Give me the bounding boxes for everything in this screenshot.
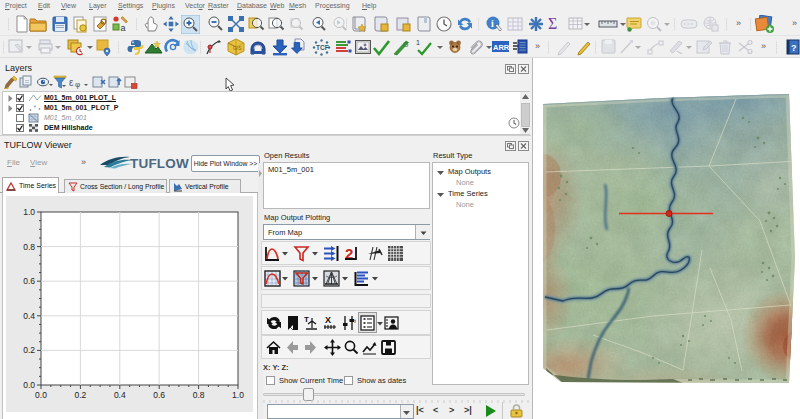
svg-text:ARR: ARR <box>493 43 509 52</box>
svg-text:0.4: 0.4 <box>114 390 126 400</box>
svg-text:G: G <box>403 41 408 48</box>
svg-text:0.2: 0.2 <box>74 390 86 400</box>
svg-text:T: T <box>304 315 309 324</box>
svg-text:φ: φ <box>75 80 80 89</box>
svg-text:a: a <box>121 23 126 33</box>
svg-text:0.0: 0.0 <box>35 390 47 400</box>
svg-text:Y: Y <box>353 318 356 324</box>
svg-text:0.4: 0.4 <box>23 311 35 321</box>
svg-text:i: i <box>491 18 494 29</box>
svg-text:1.0: 1.0 <box>232 390 244 400</box>
svg-text:0.6: 0.6 <box>23 276 35 286</box>
svg-text:1: 1 <box>416 39 420 46</box>
svg-text:0.0: 0.0 <box>23 380 35 390</box>
svg-text:0.8: 0.8 <box>23 242 35 252</box>
svg-text:?: ? <box>791 43 797 53</box>
svg-text:TUFLOW: TUFLOW <box>130 156 189 171</box>
svg-text:GIS: GIS <box>233 45 242 51</box>
svg-text:Σ: Σ <box>548 15 557 32</box>
svg-text:0.6: 0.6 <box>153 390 165 400</box>
svg-text:X: X <box>325 315 331 325</box>
svg-text:TCF: TCF <box>316 44 329 51</box>
svg-text:ε: ε <box>69 77 74 88</box>
svg-text:0.8: 0.8 <box>193 390 205 400</box>
svg-text:1.0: 1.0 <box>23 207 35 217</box>
svg-text:0.2: 0.2 <box>23 345 35 355</box>
